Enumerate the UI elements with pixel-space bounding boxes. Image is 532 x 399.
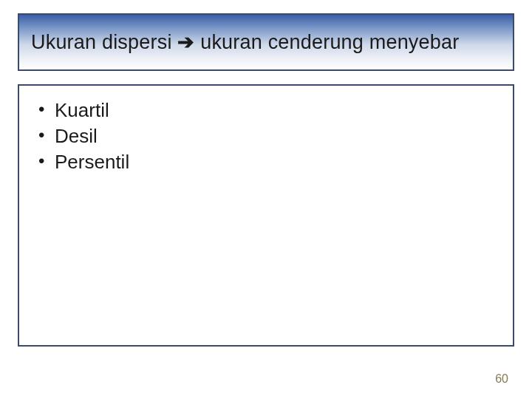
title-box: Ukuran dispersi ➔ ukuran cenderung menye… xyxy=(18,13,514,71)
list-item: Persentil xyxy=(35,149,497,175)
slide-title: Ukuran dispersi ➔ ukuran cenderung menye… xyxy=(31,30,459,54)
list-item: Kuartil xyxy=(35,98,497,123)
page-number: 60 xyxy=(495,372,508,386)
slide: Ukuran dispersi ➔ ukuran cenderung menye… xyxy=(0,0,532,399)
arrow-right-icon: ➔ xyxy=(177,30,194,54)
list-item: Desil xyxy=(35,123,497,149)
bullet-list: Kuartil Desil Persentil xyxy=(35,98,497,175)
title-part1: Ukuran dispersi xyxy=(31,31,177,53)
title-part2: ukuran cenderung menyebar xyxy=(194,31,459,53)
content-box: Kuartil Desil Persentil xyxy=(18,84,514,347)
